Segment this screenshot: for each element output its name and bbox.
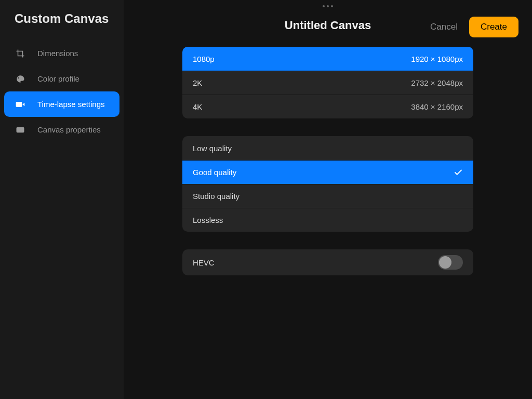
sidebar-item-color-profile[interactable]: Color profile [4, 66, 119, 91]
resolution-label: 4K [193, 102, 202, 111]
hevc-label: HEVC [193, 258, 215, 267]
sidebar-title: Custom Canvas [0, 11, 124, 41]
sidebar-item-label: Color profile [37, 74, 79, 83]
resolution-option-2k[interactable]: 2K 2732 × 2048px [182, 71, 473, 95]
quality-group: Low quality Good quality Studio quality … [182, 136, 473, 232]
waveform-icon [15, 124, 26, 136]
hevc-toggle[interactable] [438, 255, 463, 270]
resolution-value: 3840 × 2160px [411, 102, 463, 111]
create-button[interactable]: Create [469, 17, 518, 37]
sidebar-item-label: Dimensions [37, 49, 78, 58]
resolution-label: 2K [193, 78, 202, 87]
settings-content: 1080p 1920 × 1080px 2K 2732 × 2048px 4K … [182, 47, 473, 275]
header-actions: Cancel Create [430, 17, 518, 37]
resolution-option-1080p[interactable]: 1080p 1920 × 1080px [182, 47, 473, 71]
sidebar-item-label: Time-lapse settings [37, 100, 105, 109]
check-icon [454, 168, 463, 177]
quality-option-studio[interactable]: Studio quality [182, 184, 473, 208]
sidebar: Custom Canvas Dimensions Color profile [0, 0, 124, 399]
main-panel: Untitled Canvas Cancel Create 1080p 1920… [124, 0, 532, 399]
resolution-option-4k[interactable]: 4K 3840 × 2160px [182, 95, 473, 118]
svg-rect-1 [17, 127, 24, 132]
quality-option-lossless[interactable]: Lossless [182, 208, 473, 232]
quality-label: Studio quality [193, 192, 240, 201]
header: Untitled Canvas Cancel Create [124, 19, 532, 32]
quality-label: Low quality [193, 144, 232, 153]
resolution-group: 1080p 1920 × 1080px 2K 2732 × 2048px 4K … [182, 47, 473, 118]
resolution-value: 2732 × 2048px [411, 78, 463, 87]
sidebar-item-label: Canvas properties [37, 125, 101, 134]
svg-rect-0 [16, 102, 22, 107]
video-icon [15, 99, 26, 110]
cancel-button[interactable]: Cancel [430, 22, 458, 32]
resolution-label: 1080p [193, 55, 215, 63]
quality-label: Good quality [193, 168, 236, 177]
toggle-knob [439, 256, 451, 269]
quality-option-low[interactable]: Low quality [182, 136, 473, 160]
palette-icon [15, 73, 26, 85]
sidebar-item-dimensions[interactable]: Dimensions [4, 41, 119, 66]
quality-option-good[interactable]: Good quality [182, 160, 473, 184]
resolution-value: 1920 × 1080px [411, 55, 463, 63]
sidebar-item-time-lapse[interactable]: Time-lapse settings [4, 91, 119, 117]
sidebar-item-canvas-properties[interactable]: Canvas properties [4, 117, 119, 142]
hevc-row: HEVC [182, 249, 473, 275]
page-title: Untitled Canvas [285, 19, 371, 32]
quality-label: Lossless [193, 216, 223, 224]
drag-handle-icon[interactable] [323, 5, 333, 7]
crop-icon [15, 48, 26, 59]
